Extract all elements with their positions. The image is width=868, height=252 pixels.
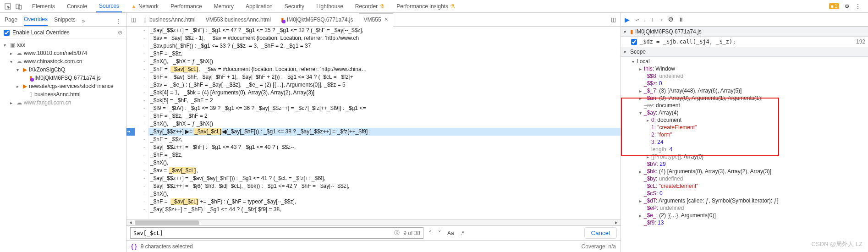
scope-row[interactable]: _$bV: 29 — [621, 160, 868, 168]
pretty-print-icon[interactable]: { } — [131, 243, 137, 250]
nav-toggle-icon[interactable]: ◫ — [129, 16, 138, 24]
tree-item[interactable]: ▶iXkZonSlgCbQ — [0, 66, 126, 74]
scope-row[interactable]: _$an: (3) [Array(0), Arguments(1), Argum… — [621, 94, 868, 102]
breakpoint-checkbox[interactable] — [631, 39, 637, 45]
scroll-right-icon[interactable]: ► — [614, 220, 619, 225]
scope-row[interactable]: 3: 24 — [621, 138, 868, 146]
scope-row[interactable]: 1: "createElement" — [621, 124, 868, 131]
scope-row[interactable]: [[Prototype]]: Array(0) — [621, 153, 868, 160]
tree-root[interactable]: ▣xxx — [0, 41, 126, 49]
tab-sources[interactable]: Sources — [96, 0, 122, 12]
js-file-icon: ▮ — [281, 16, 284, 23]
breakpoint-row[interactable]: _$dz = _$jb.call(_$j4, _$_z); 192 — [621, 37, 868, 47]
scope-row[interactable]: _$f9: 13 — [621, 219, 868, 226]
file-tab[interactable]: ▯businessAnnc.html — [139, 13, 200, 26]
tab-application[interactable]: Application — [243, 0, 275, 12]
file-tab-bar: ◫ ▯businessAnnc.html VM553 businessAnnc.… — [126, 13, 621, 27]
scope-row[interactable]: _$cL: "createElement" — [621, 182, 868, 190]
tree-file[interactable]: ▯businessAnnc.html — [0, 90, 126, 99]
tree-file[interactable]: ▮IM0jQktM6FSQ.6771a74.js — [0, 74, 126, 82]
scope-row[interactable]: 0: document — [621, 116, 868, 124]
step-into-icon[interactable]: ↓ — [643, 16, 646, 23]
search-next-icon[interactable]: ˅ — [437, 230, 442, 236]
file-tab[interactable]: ▮IM0jQktM6FSQ.6771a74.js — [276, 13, 358, 26]
tab-perf-insights[interactable]: Performance insights⚗ — [394, 0, 458, 12]
kebab-icon[interactable]: ⋮ — [855, 3, 861, 10]
tree-item[interactable]: ▶newsite/cgs-services/stockFinance — [0, 82, 126, 90]
coverage-status: Coverage: n/a — [582, 243, 616, 250]
regex-toggle[interactable]: .* — [460, 230, 465, 236]
scope-tree[interactable]: Local this: Window_$$8: undefined_$$z: 0… — [621, 57, 868, 231]
cancel-button[interactable]: Cancel — [584, 227, 617, 239]
file-tab-active[interactable]: VM555✕ — [359, 13, 393, 27]
scope-row[interactable]: _$ay: Array(4) — [621, 109, 868, 116]
debugger-toolbar: ▶ ⤻ ↓ ↑ → ⭙ ⏸ — [621, 13, 868, 27]
enable-overrides-checkbox[interactable] — [4, 30, 10, 36]
editor-status-bar: { } 9 characters selected Coverage: n/a — [126, 240, 621, 252]
warning-icon: ▲ — [131, 3, 137, 10]
search-input[interactable] — [133, 230, 394, 236]
scope-row[interactable]: _$$z: 0 — [621, 80, 868, 87]
tree-item[interactable]: ☁www.10010.com/net5/074 — [0, 49, 126, 57]
tab-recorder[interactable]: Recorder⚗ — [352, 0, 387, 12]
search-bar: ⓧ 9 of 38 ˄ ˅ Aa .* Cancel — [126, 225, 621, 240]
side-toggle-icon[interactable]: ◫ — [611, 16, 616, 23]
tab-elements[interactable]: Elements — [29, 0, 58, 12]
scope-row[interactable]: _$e_: (2) [{…}, Arguments(0)] — [621, 212, 868, 219]
warning-badge[interactable]: ■ 1 — [829, 3, 839, 9]
pause-exceptions-icon[interactable]: ⏸ — [678, 16, 684, 23]
inspect-icon[interactable] — [3, 1, 13, 11]
tab-performance[interactable]: Performance — [168, 0, 205, 12]
scope-row[interactable]: length: 4 — [621, 146, 868, 153]
device-icon[interactable] — [14, 1, 24, 11]
scope-section[interactable]: Scope — [621, 47, 868, 57]
breakpoint-expr: _$dz = _$jb.call(_$j4, _$_z); — [640, 38, 736, 45]
search-count: 9 of 38 — [403, 230, 420, 236]
horizontal-scrollbar[interactable]: ◄ ► — [126, 219, 621, 225]
search-prev-icon[interactable]: ˄ — [428, 230, 433, 236]
deactivate-bp-icon[interactable]: ⭙ — [668, 16, 674, 23]
chevron-down-icon — [624, 49, 628, 55]
more-tabs-icon[interactable]: » — [82, 18, 85, 24]
kebab-icon[interactable]: ⋮ — [116, 18, 121, 24]
scope-row[interactable]: _$$8: undefined — [621, 72, 868, 80]
tab-console[interactable]: Console — [64, 0, 90, 12]
navigator-panel: Page Overrides Snippets » ⋮ Enable Local… — [0, 13, 126, 252]
folder-icon: ▶ — [23, 66, 27, 73]
subtab-overrides[interactable]: Overrides — [24, 16, 48, 26]
scope-row[interactable]: 2: "form" — [621, 131, 868, 138]
tab-network[interactable]: ▲Network — [128, 0, 161, 12]
scope-row[interactable]: _$dT: Arguments [callee: ƒ, Symbol(Symbo… — [621, 197, 868, 204]
tree-item[interactable]: ☁www.fangdi.com.cn — [0, 99, 126, 107]
code-editor[interactable]: ➔ ------------------------ _$ay[_$$z++] … — [126, 27, 621, 219]
tree-item[interactable]: ☁www.chinastock.com.cn — [0, 57, 126, 66]
resume-icon[interactable]: ▶ — [625, 16, 630, 23]
clear-search-icon[interactable]: ⓧ — [394, 229, 400, 237]
step-over-icon[interactable]: ⤻ — [634, 16, 639, 23]
subtab-page[interactable]: Page — [5, 16, 17, 26]
file-tab[interactable]: VM553 businessAnnc.html — [201, 13, 275, 26]
close-icon[interactable]: ✕ — [384, 16, 388, 22]
step-icon[interactable]: → — [658, 16, 664, 23]
scope-row[interactable]: _$bk: (4) [Arguments(0), Array(3), Array… — [621, 168, 868, 175]
scroll-left-icon[interactable]: ◄ — [128, 220, 133, 225]
scope-row[interactable]: this: Window — [621, 65, 868, 72]
clear-icon[interactable]: ⊘ — [118, 29, 122, 36]
search-input-wrap: ⓧ 9 of 38 — [130, 227, 423, 239]
scope-row[interactable]: _$eP: undefined — [621, 204, 868, 212]
subtab-snippets[interactable]: Snippets — [54, 16, 76, 26]
settings-icon[interactable]: ⚙ — [845, 3, 850, 10]
tab-memory[interactable]: Memory — [211, 0, 236, 12]
scope-row[interactable]: _$by: undefined — [621, 175, 868, 182]
scope-row[interactable]: _av: document — [621, 102, 868, 109]
tab-lighthouse[interactable]: Lighthouse — [313, 0, 346, 12]
match-case-toggle[interactable]: Aa — [446, 230, 455, 236]
breakpoints-section[interactable]: ▮ IM0jQktM6FSQ.6771a74.js — [621, 27, 868, 37]
scrollbar-thumb[interactable] — [135, 220, 199, 225]
scope-row[interactable]: _$_7: (3) [Array(448), Array(6), Array(5… — [621, 87, 868, 94]
tab-security[interactable]: Security — [282, 0, 307, 12]
scope-row[interactable]: _$cS: 0 — [621, 190, 868, 197]
scope-local[interactable]: Local — [621, 58, 868, 65]
devtools-main-tabbar: Elements Console Sources ▲Network Perfor… — [0, 0, 868, 13]
step-out-icon[interactable]: ↑ — [651, 16, 654, 23]
